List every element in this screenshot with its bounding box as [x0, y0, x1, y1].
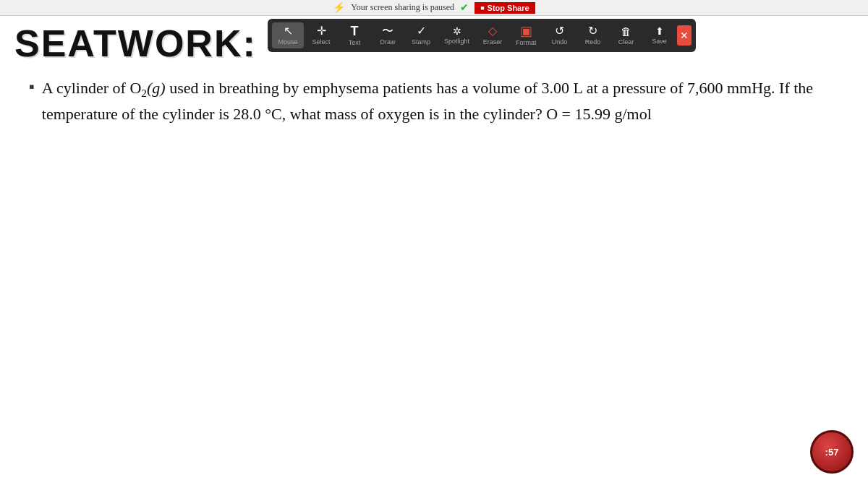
tool-stamp[interactable]: ✓ Stamp — [405, 22, 437, 48]
undo-label: Undo — [552, 38, 568, 46]
undo-icon: ↺ — [555, 25, 564, 37]
redo-label: Redo — [585, 38, 601, 46]
tool-eraser[interactable]: ◇ Eraser — [477, 22, 509, 48]
spotlight-icon: ✲ — [453, 26, 461, 36]
question-1-text: A cylinder of O2(g) used in breathing by… — [42, 76, 839, 126]
main-content: ▪ A cylinder of O2(g) used in breathing … — [0, 61, 868, 488]
tool-redo[interactable]: ↻ Redo — [577, 22, 609, 48]
save-icon: ⬆ — [655, 26, 664, 36]
clear-icon: 🗑 — [621, 26, 631, 37]
redo-icon: ↻ — [588, 25, 597, 37]
toolbar-close-button[interactable]: ✕ — [677, 25, 692, 46]
save-label: Save — [652, 38, 667, 45]
bullet-1: ▪ — [29, 77, 35, 126]
tool-save[interactable]: ⬆ Save — [644, 23, 676, 48]
stamp-icon: ✓ — [417, 25, 426, 37]
seatwork-title: SEATWORK: — [14, 22, 257, 65]
mouse-icon: ↖ — [284, 25, 293, 37]
format-icon: ▣ — [520, 25, 532, 38]
stop-share-label: Stop Share — [488, 4, 529, 12]
tool-spotlight[interactable]: ✲ Spotlight — [438, 23, 475, 48]
timer-text: :57 — [825, 447, 839, 458]
stop-icon: ■ — [480, 4, 484, 12]
eraser-label: Eraser — [483, 38, 503, 46]
screen-share-message: Your screen sharing is paused — [351, 2, 454, 13]
tool-clear[interactable]: 🗑 Clear — [610, 23, 642, 48]
tool-select[interactable]: ✛ Select — [305, 22, 337, 48]
mouse-label: Mouse — [278, 38, 297, 46]
select-icon: ✛ — [317, 25, 326, 37]
tool-mouse[interactable]: ↖ Mouse — [272, 22, 304, 48]
stop-share-button[interactable]: ■ Stop Share — [475, 2, 535, 14]
format-label: Format — [516, 39, 537, 46]
tool-format[interactable]: ▣ Format — [510, 22, 542, 49]
screen-share-bar: ⚡ Your screen sharing is paused ✔ ■ Stop… — [0, 0, 868, 16]
tool-text[interactable]: T Text — [339, 22, 370, 49]
pause-icon: ⚡ — [333, 1, 345, 14]
tool-draw[interactable]: 〜 Draw — [372, 22, 404, 48]
clear-label: Clear — [618, 38, 634, 46]
draw-label: Draw — [380, 38, 395, 46]
text-label: Text — [349, 39, 361, 46]
draw-icon: 〜 — [382, 25, 393, 37]
avatar-circle[interactable]: :57 — [810, 430, 854, 474]
text-icon: T — [351, 25, 359, 38]
eraser-icon: ◇ — [488, 25, 497, 37]
spotlight-label: Spotlight — [444, 38, 469, 45]
stamp-label: Stamp — [412, 38, 430, 46]
toolbar: ↖ Mouse ✛ Select T Text 〜 Draw ✓ Stamp ✲… — [268, 19, 696, 52]
select-label: Select — [312, 38, 330, 46]
tool-undo[interactable]: ↺ Undo — [544, 22, 576, 48]
question-1: ▪ A cylinder of O2(g) used in breathing … — [29, 76, 839, 126]
check-icon: ✔ — [460, 1, 469, 14]
